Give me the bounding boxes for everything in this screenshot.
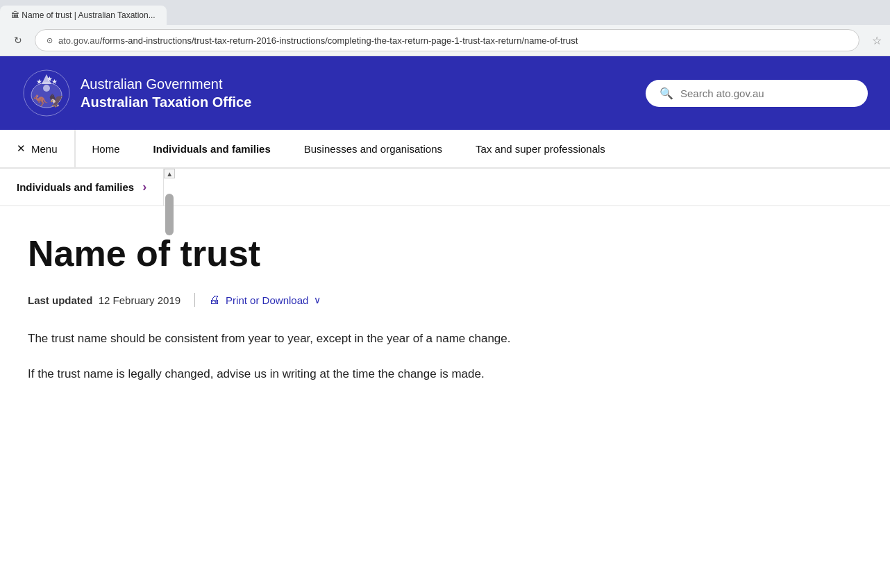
body-paragraph-2: If the trust name is legally changed, ad… [28, 364, 597, 383]
bookmark-star-icon[interactable]: ☆ [872, 34, 882, 47]
chevron-right-icon: › [142, 180, 146, 194]
sub-nav-label: Individuals and families [17, 181, 134, 193]
scroll-up-button[interactable]: ▲ [164, 169, 175, 178]
svg-text:★: ★ [51, 78, 58, 85]
meta-divider [194, 293, 195, 307]
svg-point-3 [43, 85, 50, 92]
svg-text:🦅: 🦅 [49, 93, 65, 108]
site-logo: 🦘 🦅 ★ ★ ★ Australian Government Australi… [22, 69, 251, 117]
search-input[interactable] [680, 87, 854, 99]
print-download-button[interactable]: 🖨 Print or Download ∨ [209, 294, 321, 306]
search-box[interactable]: 🔍 [646, 80, 868, 107]
gov-line2: Australian Taxation Office [81, 93, 251, 111]
site-header: 🦘 🦅 ★ ★ ★ Australian Government Australi… [0, 56, 890, 130]
main-nav: ✕ Menu Home Individuals and families Bus… [0, 130, 890, 169]
nav-items: Home Individuals and families Businesses… [76, 130, 622, 167]
tab-favicon: 🏛 [11, 10, 19, 20]
reload-button[interactable]: ↻ [8, 31, 28, 50]
last-updated-label: Last updated 12 February 2019 [28, 294, 180, 306]
main-content: Name of trust Last updated 12 February 2… [0, 206, 625, 442]
meta-bar: Last updated 12 February 2019 🖨 Print or… [28, 293, 597, 307]
nav-item-home[interactable]: Home [76, 130, 137, 167]
close-icon: ✕ [17, 142, 26, 155]
page-wrapper: 🦘 🦅 ★ ★ ★ Australian Government Australi… [0, 56, 890, 442]
address-url: ato.gov.au/forms-and-instructions/trust-… [58, 35, 578, 46]
address-bar[interactable]: ⊙ ato.gov.au/forms-and-instructions/trus… [35, 29, 859, 51]
browser-tab[interactable]: 🏛 Name of trust | Australian Taxation... [0, 6, 167, 25]
print-download-label: Print or Download [226, 294, 308, 306]
nav-item-professionals[interactable]: Tax and super professionals [459, 130, 622, 167]
page-title: Name of trust [28, 234, 597, 274]
nav-item-individuals[interactable]: Individuals and families [137, 130, 287, 167]
scrollbar-thumb[interactable] [165, 194, 174, 235]
coat-of-arms-icon: 🦘 🦅 ★ ★ ★ [22, 69, 71, 117]
nav-item-businesses[interactable]: Businesses and organisations [287, 130, 459, 167]
gov-line1: Australian Government [81, 75, 251, 93]
gov-text: Australian Government Australian Taxatio… [81, 75, 251, 111]
browser-tab-bar: 🏛 Name of trust | Australian Taxation... [0, 0, 890, 25]
body-paragraph-1: The trust name should be consistent from… [28, 329, 597, 348]
scrollbar-area: ▲ [163, 169, 175, 205]
reload-icon: ↻ [14, 35, 22, 46]
search-icon: 🔍 [660, 87, 673, 100]
svg-text:★: ★ [36, 78, 42, 85]
svg-text:🦘: 🦘 [33, 93, 49, 108]
printer-icon: 🖨 [209, 294, 220, 306]
chevron-down-icon: ∨ [314, 294, 321, 305]
sub-nav: Individuals and families › ▲ [0, 169, 890, 206]
sub-nav-individuals[interactable]: Individuals and families › [0, 169, 163, 205]
browser-toolbar: ↻ ⊙ ato.gov.au/forms-and-instructions/tr… [0, 25, 890, 56]
lock-icon: ⊙ [47, 36, 53, 45]
menu-button[interactable]: ✕ Menu [0, 130, 76, 167]
browser-chrome: 🏛 Name of trust | Australian Taxation...… [0, 0, 890, 56]
last-updated-date: 12 February 2019 [99, 294, 180, 306]
